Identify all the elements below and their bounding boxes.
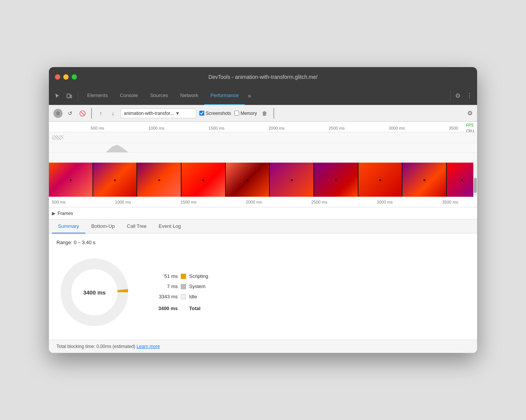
- screenshot-7[interactable]: [314, 163, 358, 197]
- timeline-bottom-ruler: 500 ms 1000 ms 1500 ms 2000 ms 2500 ms 3…: [49, 197, 477, 207]
- idle-label: Idle: [189, 294, 197, 299]
- b-time-2000ms: 2000 ms: [246, 200, 262, 204]
- frames-expand-icon: ▶: [52, 211, 55, 216]
- b-time-1500ms: 1500 ms: [180, 200, 196, 204]
- sep3: [91, 108, 92, 119]
- title-bar: DevTools - animation-with-transform.glit…: [49, 67, 477, 87]
- legend-idle: 3343 ms Idle: [155, 294, 208, 299]
- close-button[interactable]: [55, 74, 60, 80]
- screenshot-1[interactable]: [49, 163, 92, 197]
- b-time-500ms: 500 ms: [52, 200, 66, 204]
- memory-label: Memory: [241, 111, 257, 116]
- url-text: animation-with-transfor...: [124, 111, 174, 116]
- tab-overflow[interactable]: »: [245, 92, 254, 99]
- scrollbar-thumb[interactable]: [474, 178, 477, 193]
- b-time-2500ms: 2500 ms: [311, 200, 327, 204]
- traffic-lights: [55, 74, 77, 80]
- sep4: [274, 108, 274, 119]
- svg-rect-0: [67, 94, 70, 98]
- summary-panel: Range: 0 – 3.40 s 3400 ms: [49, 234, 477, 340]
- total-value: 3400 ms: [155, 306, 178, 311]
- tab-call-tree[interactable]: Call Tree: [121, 219, 153, 234]
- tab-performance[interactable]: Performance: [204, 87, 244, 105]
- time-1500ms: 1500 ms: [208, 126, 224, 130]
- time-2500ms: 2500 ms: [329, 126, 344, 130]
- range-label: Range: 0 – 3.40 s: [56, 240, 470, 245]
- clear-button[interactable]: 🚫: [78, 109, 87, 118]
- maximize-button[interactable]: [72, 74, 77, 80]
- tab-elements[interactable]: Elements: [81, 87, 114, 105]
- screenshots-checkbox[interactable]: [199, 111, 204, 116]
- separator2: [450, 91, 451, 101]
- system-value: 7 ms: [155, 284, 178, 289]
- main-toolbar: Elements Console Sources Network Perform…: [49, 87, 477, 105]
- screenshot-10[interactable]: [447, 163, 477, 197]
- svg-rect-1: [70, 95, 72, 98]
- bottom-bar: Total blocking time: 0.00ms (estimated) …: [49, 340, 477, 353]
- screenshot-9[interactable]: [402, 163, 446, 197]
- screenshot-6[interactable]: [270, 163, 313, 197]
- donut-total-value: 3400 ms: [83, 289, 105, 296]
- screenshot-2[interactable]: [93, 163, 137, 197]
- screenshot-3[interactable]: [137, 163, 181, 197]
- more-options-icon[interactable]: ⋮: [465, 91, 474, 101]
- tab-summary[interactable]: Summary: [52, 219, 85, 234]
- screenshot-5[interactable]: [226, 163, 269, 197]
- screenshots-checkbox-label[interactable]: Screenshots: [199, 111, 231, 116]
- screenshot-4[interactable]: [182, 163, 225, 197]
- fps-label: FPS: [466, 122, 474, 129]
- tab-bottom-up[interactable]: Bottom-Up: [85, 219, 121, 234]
- legend-total: 3400 ms Total: [155, 306, 208, 311]
- minimize-button[interactable]: [63, 74, 69, 80]
- frames-row[interactable]: ▶ Frames: [49, 207, 477, 219]
- dropdown-arrow-icon: ▼: [175, 111, 180, 116]
- tab-list: Elements Console Sources Network Perform…: [81, 87, 447, 105]
- scripting-label: Scripting: [189, 273, 208, 279]
- summary-layout: 3400 ms 51 ms Scripting 7 ms System 3343…: [56, 254, 470, 330]
- timeline-scrollbar[interactable]: [473, 163, 477, 197]
- total-label: Total: [189, 306, 200, 311]
- donut-chart: 3400 ms: [56, 254, 132, 330]
- time-labels-top: 500 ms 1000 ms 1500 ms 2000 ms 2500 ms 3…: [49, 126, 477, 130]
- b-time-3000ms: 3000 ms: [377, 200, 393, 204]
- cpu-track: [49, 143, 477, 153]
- reload-record-button[interactable]: ↺: [66, 109, 75, 118]
- device-toggle-icon[interactable]: [64, 91, 75, 101]
- idle-swatch: [181, 294, 186, 299]
- time-labels-bottom: 500 ms 1000 ms 1500 ms 2000 ms 2500 ms 3…: [52, 200, 477, 204]
- cpu-usage-shape: [106, 145, 128, 152]
- frames-label: Frames: [58, 211, 73, 216]
- tab-network[interactable]: Network: [174, 87, 205, 105]
- tab-sources[interactable]: Sources: [144, 87, 174, 105]
- time-3500ms: 3500: [449, 126, 458, 130]
- record-button[interactable]: [53, 109, 63, 118]
- system-swatch: [181, 284, 186, 289]
- url-selector[interactable]: animation-with-transfor... ▼: [121, 108, 196, 118]
- system-label: System: [189, 284, 205, 289]
- donut-center-label: 3400 ms: [83, 289, 105, 296]
- save-profile-button[interactable]: ↓: [108, 109, 117, 118]
- memory-checkbox[interactable]: [234, 111, 239, 116]
- screenshot-8[interactable]: [358, 163, 402, 197]
- secondary-toolbar: ↺ 🚫 ↑ ↓ animation-with-transfor... ▼ Scr…: [49, 105, 477, 122]
- cursor-icon[interactable]: [52, 91, 63, 101]
- settings-icon[interactable]: ⚙: [454, 91, 462, 101]
- scripting-swatch: [181, 274, 186, 279]
- b-time-1000ms: 1000 ms: [115, 200, 131, 204]
- learn-more-link[interactable]: Learn more: [136, 344, 160, 349]
- load-profile-button[interactable]: ↑: [96, 109, 105, 118]
- screenshots-strip[interactable]: [49, 163, 477, 197]
- tab-console[interactable]: Console: [114, 87, 144, 105]
- timeline-top-ruler: 500 ms 1000 ms 1500 ms 2000 ms 2500 ms 3…: [49, 122, 477, 132]
- tab-event-log[interactable]: Event Log: [153, 219, 187, 234]
- window-title: DevTools - animation-with-transform.glit…: [208, 74, 318, 80]
- memory-checkbox-label[interactable]: Memory: [234, 111, 257, 116]
- net-track: [49, 153, 477, 163]
- scripting-value: 51 ms: [155, 273, 178, 279]
- capture-settings-icon[interactable]: ⚙: [467, 110, 473, 117]
- delete-recording-button[interactable]: 🗑: [260, 109, 269, 118]
- toolbar-right: ⚙ ⋮: [454, 91, 474, 101]
- b-time-3500ms: 3500 ms: [442, 200, 458, 204]
- time-500ms: 500 ms: [91, 126, 104, 130]
- fps-hatch-pattern: [52, 135, 63, 140]
